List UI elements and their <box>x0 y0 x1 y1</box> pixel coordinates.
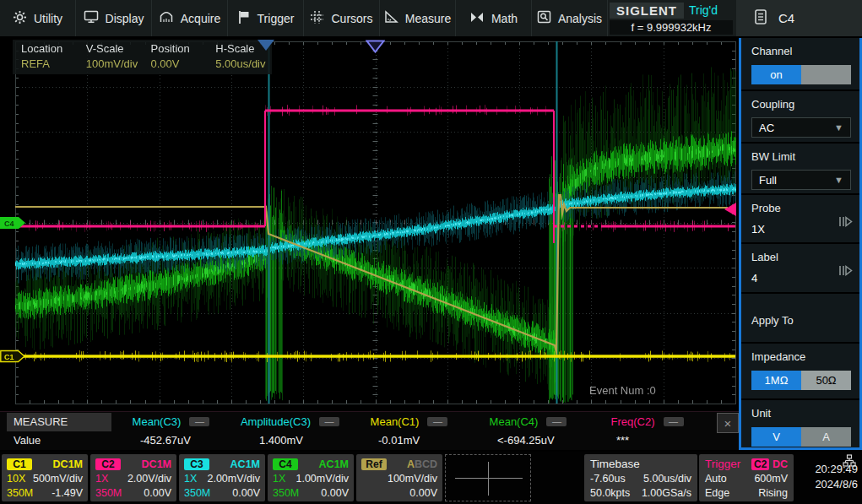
measure-row-label: Value <box>7 431 111 450</box>
ref-info-value: REFA <box>21 57 78 70</box>
ref-letter-a: A <box>407 458 415 470</box>
apply-to-section[interactable]: Apply To <box>741 294 859 344</box>
timebase-descriptor[interactable]: Timebase -7.60us5.00us/div 50.0kpts1.00G… <box>584 454 697 501</box>
impedance-50ohm-button[interactable]: 50Ω <box>801 371 851 390</box>
menu-item-label: Acquire <box>181 12 220 25</box>
channel-descriptor-c2[interactable]: C2DC1M1X2.00V/div350M0.00V <box>90 454 176 501</box>
channel-bandwidth: 350M <box>184 487 210 499</box>
impedance-1mohm-button[interactable]: 1MΩ <box>751 371 801 390</box>
trigger-mode: Auto <box>705 473 727 485</box>
menu-item-label: Trigger <box>258 12 295 25</box>
channel-descriptor-c4[interactable]: C4AC1M1X1.00mV/div350M0.00V <box>268 454 354 501</box>
menu-item-trigger[interactable]: Trigger <box>228 0 304 36</box>
analysis-icon <box>537 10 551 26</box>
measure-item: Mean(C1)—-0.01mV <box>350 412 469 450</box>
c4-zero-marker[interactable]: C4 <box>0 216 26 233</box>
ref-badge: Ref <box>361 458 387 470</box>
trigger-title: Trigger <box>705 458 740 470</box>
menu-item-label: Display <box>106 12 144 25</box>
menu-item-measure[interactable]: Measure <box>380 0 456 36</box>
minus-icon[interactable]: — <box>664 417 684 426</box>
expand-icon[interactable] <box>838 264 853 279</box>
top-menu-bar: UtilityDisplayAcquireTriggerCursorsMeasu… <box>0 0 862 38</box>
measure-item-label: Mean(C1) <box>371 415 420 428</box>
channel-off-option[interactable] <box>801 65 851 84</box>
channel-descriptor-c3[interactable]: C3AC1M1X2.00mV/div350M0.00V <box>179 454 265 501</box>
channel-offset: 0.00V <box>232 487 260 499</box>
trigger-frequency: f = 9.999932kHz <box>610 20 733 35</box>
channel-on-option[interactable]: on <box>751 65 801 84</box>
measure-item-value: -0.01mV <box>350 431 469 450</box>
trigger-descriptor[interactable]: Trigger C2 DC Auto600mV EdgeRising <box>699 454 794 501</box>
menu-group: UtilityDisplayAcquireTriggerCursorsMeasu… <box>0 0 608 36</box>
coupling-section: Coupling AC ▼ <box>741 91 859 144</box>
horizontal-reference-marker[interactable] <box>366 40 385 57</box>
coupling-dropdown[interactable]: AC ▼ <box>751 117 851 138</box>
waveform-area[interactable]: LocationREFAV-Scale100mV/divPosition0.00… <box>0 38 739 411</box>
measure-item-value: <-694.25uV <box>469 431 588 450</box>
probe-section[interactable]: Probe 1X <box>741 195 859 244</box>
channel-coupling: DC1M <box>142 458 171 470</box>
channel-offset: 0.00V <box>144 487 171 499</box>
menu-item-utility[interactable]: Utility <box>0 0 76 36</box>
math-icon <box>469 11 485 26</box>
channel-scale: 2.00V/div <box>127 473 171 485</box>
channel-probe: 10X <box>7 473 25 485</box>
label-section[interactable]: Label 4 <box>741 244 859 294</box>
menu-item-math[interactable]: Math <box>456 0 532 36</box>
lan-icon[interactable] <box>843 454 856 469</box>
ref-descriptor[interactable]: Ref ABCD 100mV/div 0.00V <box>356 454 442 501</box>
sidebar-title: C4 <box>778 11 794 25</box>
sidebar-title-bar[interactable]: C4 <box>736 0 862 36</box>
measure-item: Mean(C3)—-452.67uV <box>111 412 230 450</box>
ref-info-value: 100mV/div <box>86 57 143 70</box>
unit-a-button[interactable]: A <box>801 427 851 447</box>
gear-icon <box>13 10 27 27</box>
apply-to-label: Apply To <box>751 314 851 327</box>
crosshair-icon <box>488 462 489 496</box>
channel-toggle[interactable]: on <box>751 65 851 84</box>
minus-icon[interactable]: — <box>319 417 339 426</box>
waveform-display[interactable] <box>0 38 739 411</box>
ref-letter-d: D <box>430 458 437 470</box>
probe-label: Probe <box>751 202 851 214</box>
menu-item-analysis[interactable]: Analysis <box>532 0 608 36</box>
channel-offset: -1.49V <box>52 487 83 499</box>
channel-coupling: AC1M <box>230 458 260 470</box>
measure-title: MEASURE <box>7 413 111 431</box>
unit-v-button[interactable]: V <box>751 427 801 447</box>
event-num-label: Event Num :0 <box>589 384 656 397</box>
menu-item-display[interactable]: Display <box>76 0 152 36</box>
measure-item-label: Mean(C3) <box>133 415 182 428</box>
menu-item-acquire[interactable]: Acquire <box>152 0 228 36</box>
minus-icon[interactable]: — <box>427 417 447 426</box>
ref-info-value: 0.00V <box>151 57 208 70</box>
measure-item-label: Freq(C2) <box>610 415 654 428</box>
clock-block: 20:29:49 2024/8/6 <box>795 454 858 501</box>
channel-probe: 1X <box>273 473 285 485</box>
minus-icon[interactable]: — <box>189 417 209 426</box>
channel-settings-panel: Channel on Coupling AC ▼ BW Limit Full ▼… <box>739 38 862 450</box>
trigger-position-marker[interactable] <box>258 40 274 51</box>
channel-badge: C2 <box>95 458 121 470</box>
empty-descriptor-slot[interactable] <box>445 454 531 501</box>
ref-letter-c: C <box>422 458 430 470</box>
ref-letters: ABCD <box>407 458 437 470</box>
minus-icon[interactable]: — <box>546 417 567 426</box>
measure-item: Freq(C2)—*** <box>588 412 707 450</box>
expand-icon[interactable] <box>838 215 853 230</box>
trigger-coupling: DC <box>773 458 788 470</box>
channel-descriptor-c1[interactable]: C1DC1M10X500mV/div350M-1.49V <box>2 454 88 501</box>
close-icon[interactable]: × <box>717 413 739 433</box>
bw-limit-dropdown[interactable]: Full ▼ <box>751 170 851 190</box>
menu-item-cursors[interactable]: Cursors <box>304 0 380 36</box>
trigger-slope: Rising <box>758 487 788 499</box>
impedance-label: Impedance <box>751 350 851 363</box>
trigger-level-marker[interactable] <box>724 203 736 216</box>
measure-item: Mean(C4)—<-694.25uV <box>469 412 588 450</box>
channel-badge: C4 <box>273 458 298 470</box>
ref-info-col: LocationREFA <box>13 40 78 74</box>
channel-bandwidth: 350M <box>273 487 299 499</box>
channel-label: Channel <box>751 45 851 57</box>
c1-zero-marker[interactable]: C1 <box>0 350 26 366</box>
